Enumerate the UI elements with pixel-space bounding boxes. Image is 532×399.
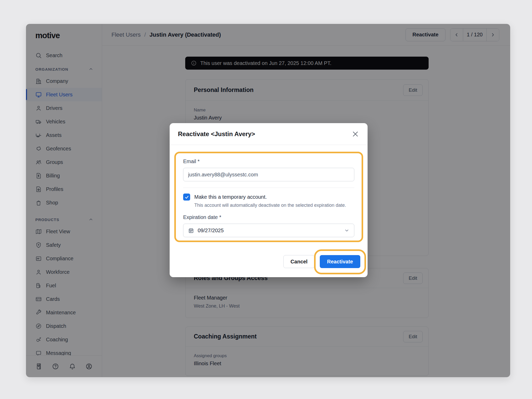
form-highlight-ring: Email * Make this a temporary account. T… [174,152,363,242]
form-divider [183,188,354,188]
confirm-wrap: Reactivate [320,255,360,268]
chevron-down-icon [344,228,349,233]
email-field[interactable] [183,168,354,181]
close-icon[interactable] [351,130,359,138]
temporary-account-help: This account will automatically deactiva… [194,203,354,208]
modal-footer: Cancel Reactivate [283,255,360,268]
expiration-date-value: 09/27/2025 [198,228,341,234]
expiration-date-field[interactable]: 09/27/2025 [183,224,354,237]
reactivate-modal: Reactivate <Justin Avery> Email * Make t… [170,123,368,277]
app-window: motive Search ORGANIZATION Company [26,24,510,377]
reactivate-confirm-button[interactable]: Reactivate [320,255,360,268]
temporary-account-label[interactable]: Make this a temporary account. [194,194,267,200]
temporary-account-checkbox[interactable] [183,194,190,201]
cancel-button[interactable]: Cancel [283,255,315,268]
expiration-date-label: Expiration date * [183,214,354,220]
email-label: Email * [183,158,354,164]
calendar-icon [188,228,194,234]
check-icon [184,195,189,200]
modal-title: Reactivate <Justin Avery> [178,130,255,138]
